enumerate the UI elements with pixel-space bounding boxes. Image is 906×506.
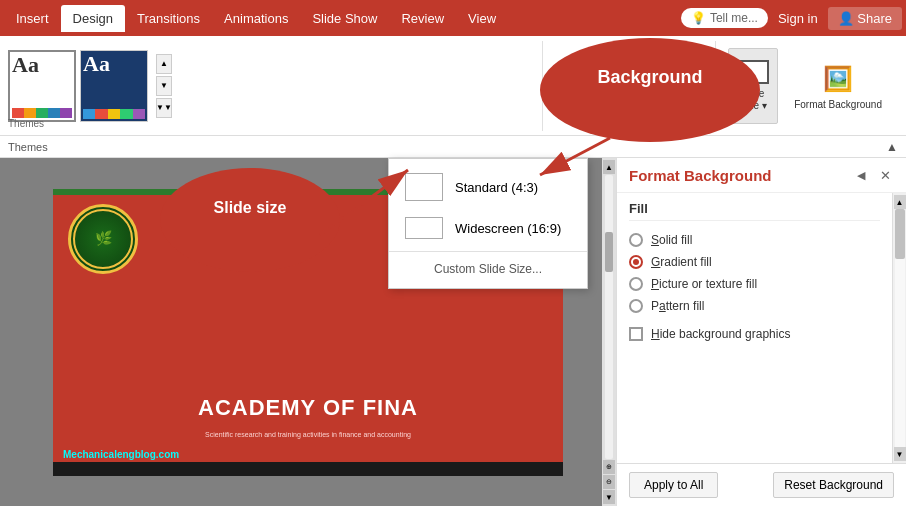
slide-website: Mechanicalengblog.com <box>63 449 179 460</box>
slide-logo: 🌿 <box>68 204 138 274</box>
theme-item-1[interactable]: Aa <box>8 50 76 122</box>
tab-animations[interactable]: Animations <box>212 5 300 32</box>
standard-icon <box>405 173 443 201</box>
tab-slideshow[interactable]: Slide Show <box>300 5 389 32</box>
solid-fill-radio[interactable] <box>629 233 643 247</box>
custom-size-link[interactable]: Custom Slide Size... <box>389 256 587 282</box>
panel-scroll-up[interactable]: ▲ <box>894 195 906 209</box>
apply-all-button[interactable]: Apply to All <box>629 472 718 498</box>
customize-label: Customize <box>648 99 695 110</box>
customize-button[interactable]: 🎨 Customize <box>644 57 699 114</box>
standard-label: Standard (4:3) <box>455 180 538 195</box>
tab-transitions[interactable]: Transitions <box>125 5 212 32</box>
tab-review[interactable]: Review <box>389 5 456 32</box>
slide-subtitle: Scientific research and training activit… <box>53 431 563 438</box>
pattern-fill-option[interactable]: Pattern fill <box>629 295 880 317</box>
slide-size-label: SlideSize ▾ <box>740 88 767 112</box>
gradient-fill-option[interactable]: Gradient fill <box>629 251 880 273</box>
pattern-fill-radio[interactable] <box>629 299 643 313</box>
picture-fill-option[interactable]: Picture or texture fill <box>629 273 880 295</box>
gradient-fill-radio[interactable] <box>629 255 643 269</box>
share-icon: 👤 <box>838 11 854 26</box>
lightbulb-icon: 💡 <box>691 11 706 25</box>
scroll-up-btn[interactable]: ▲ <box>603 160 615 174</box>
signin-button[interactable]: Sign in <box>768 7 828 30</box>
format-background-panel: Format Background ◀ ✕ Fill Solid fill <box>616 158 906 506</box>
themes-bar-label: Themes <box>8 141 48 153</box>
widescreen-label: Widescreen (16:9) <box>455 221 561 236</box>
themes-scroll-more[interactable]: ▼▼ <box>156 98 172 118</box>
panel-back-btn[interactable]: ◀ <box>852 166 870 184</box>
tab-insert[interactable]: Insert <box>4 5 61 32</box>
themes-group-label: Themes <box>8 118 542 129</box>
standard-option[interactable]: Standard (4:3) <box>389 165 587 209</box>
theme-item-2[interactable]: Aa <box>80 50 148 122</box>
share-button[interactable]: 👤 Share <box>828 7 902 30</box>
solid-fill-option[interactable]: Solid fill <box>629 229 880 251</box>
format-background-button[interactable]: 🖼️ Format Background <box>786 48 890 124</box>
scroll-down-btn[interactable]: ▼ <box>603 490 615 504</box>
themes-scroll-down[interactable]: ▼ <box>156 76 172 96</box>
scroll-expand-down[interactable]: ⊖ <box>603 475 615 489</box>
themes-scroll-up[interactable]: ▲ <box>156 54 172 74</box>
hide-bg-option[interactable]: Hide background graphics <box>629 321 880 347</box>
panel-scroll-down[interactable]: ▼ <box>894 447 906 461</box>
tab-design[interactable]: Design <box>61 5 125 32</box>
slide-size-button[interactable]: SlideSize ▾ <box>728 48 778 124</box>
variants-button[interactable]: Variants <box>563 57 607 114</box>
panel-close-btn[interactable]: ✕ <box>876 166 894 184</box>
tell-me-input[interactable]: 💡 Tell me... <box>681 8 768 28</box>
hide-bg-checkbox[interactable] <box>629 327 643 341</box>
widescreen-icon <box>405 217 443 239</box>
scroll-expand-up[interactable]: ⊕ <box>603 460 615 474</box>
themes-collapse-btn[interactable]: ▲ <box>886 140 898 154</box>
picture-fill-radio[interactable] <box>629 277 643 291</box>
reset-background-button[interactable]: Reset Background <box>773 472 894 498</box>
format-background-label: Format Background <box>794 99 882 111</box>
tab-view[interactable]: View <box>456 5 508 32</box>
widescreen-option[interactable]: Widescreen (16:9) <box>389 209 587 247</box>
variants-label: Variants <box>567 99 603 110</box>
slide-size-dropdown: Standard (4:3) Widescreen (16:9) Custom … <box>388 158 588 289</box>
panel-title: Format Background <box>629 167 772 184</box>
fill-section-title: Fill <box>629 201 880 221</box>
slide-title: ACADEMY OF FINA <box>53 395 563 421</box>
